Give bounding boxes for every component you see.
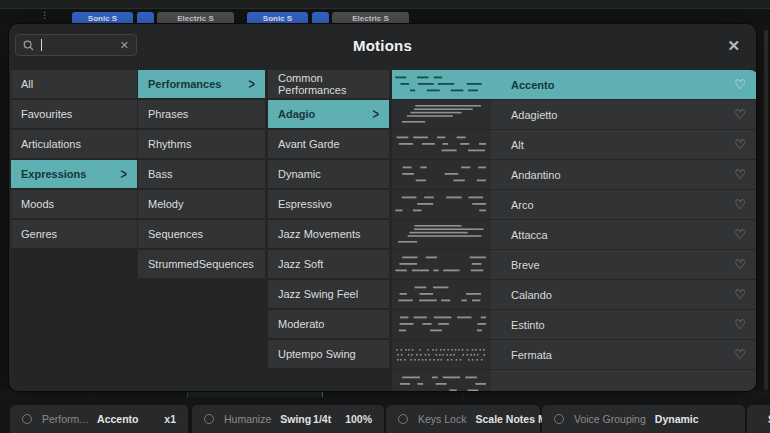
style-item-label: Dynamic [278,168,321,180]
motion-row[interactable]: Andantino♡ [392,160,757,189]
setting-value: Dynamic [655,413,699,425]
category-item-label: Articulations [21,138,81,150]
chevron-right-icon: > [249,77,255,92]
subcategory-item[interactable]: StrummedSequences [138,250,265,278]
window-scrollbar[interactable] [764,30,768,390]
toggle-circle-icon[interactable] [554,414,564,424]
motion-name: Fermata [511,349,552,361]
subcategory-item-label: Performances [148,78,221,90]
setting-section-keys-lock[interactable]: Keys LockScale Notes Ma... [386,405,540,433]
heart-icon[interactable]: ♡ [734,287,746,302]
style-item[interactable]: Adagio> [268,100,389,128]
motion-row[interactable]: Estinto♡ [392,310,757,339]
heart-icon[interactable]: ♡ [734,77,746,92]
toggle-circle-icon[interactable] [22,414,32,424]
motion-name: Estinto [511,319,545,331]
motion-row[interactable]: Calando♡ [392,280,757,309]
heart-icon[interactable]: ♡ [734,257,746,272]
style-item[interactable]: Common Performances [268,70,389,98]
close-icon[interactable]: ✕ [727,38,740,54]
style-item[interactable]: Dynamic [268,160,389,188]
subcategory-item[interactable]: Phrases [138,100,265,128]
category-column: AllFavouritesArticulationsExpressions>Mo… [11,70,137,250]
style-item[interactable]: Espressivo [268,190,389,218]
style-item-label: Moderato [278,318,324,330]
style-item-label: Jazz Soft [278,258,323,270]
motion-row[interactable]: Alt♡ [392,130,757,159]
style-item-label: Espressivo [278,198,332,210]
category-item[interactable]: Moods [11,190,137,218]
heart-icon[interactable]: ♡ [734,317,746,332]
motion-name: Breve [511,259,540,271]
style-item[interactable]: Jazz Movements [268,220,389,248]
category-item[interactable]: Articulations [11,130,137,158]
style-item-label: Jazz Swing Feel [278,288,358,300]
motion-name: Attacca [511,229,548,241]
setting-extra-value: x1 [164,413,176,425]
subcategory-item[interactable]: Performances> [138,70,265,98]
category-item-label: Moods [21,198,54,210]
style-item-label: Common Performances [278,72,379,96]
chevron-right-icon: > [373,107,379,122]
motion-name: Alt [511,139,524,151]
toggle-circle-icon[interactable] [398,414,408,424]
style-item-label: Adagio [278,108,315,120]
style-item[interactable]: Jazz Swing Feel [268,280,389,308]
setting-extra-value: 100% [345,413,372,425]
motion-name: Accento [511,79,554,91]
heart-icon[interactable]: ♡ [734,137,746,152]
motion-list: Accento♡Adagietto♡Alt♡Andantino♡Arco♡Att… [392,70,757,392]
subcategory-item[interactable]: Bass [138,160,265,188]
motion-name: Andantino [511,169,561,181]
category-item[interactable]: All [11,70,137,98]
style-column: Common PerformancesAdagio>Avant GardeDyn… [268,70,389,370]
category-item-label: All [21,78,33,90]
category-item[interactable]: Expressions> [11,160,137,188]
motion-row[interactable]: Breve♡ [392,250,757,279]
style-item-label: Uptempo Swing [278,348,356,360]
heart-icon[interactable]: ♡ [734,107,746,122]
subcategory-item[interactable]: Melody [138,190,265,218]
style-item[interactable]: Moderato [268,310,389,338]
category-item-label: Favourites [21,108,72,120]
chevron-right-icon: > [121,167,127,182]
setting-label: Keys Lock [418,413,466,425]
motion-name: Adagietto [511,109,557,121]
motion-row[interactable]: Fermata♡ [392,340,757,369]
toggle-circle-icon[interactable] [204,414,214,424]
style-item[interactable]: Avant Garde [268,130,389,158]
heart-icon[interactable]: ♡ [734,167,746,182]
setting-label: Voice Grouping [574,413,646,425]
dialog-title: Motions [9,37,756,54]
category-item-label: Expressions [21,168,86,180]
heart-icon[interactable]: ♡ [734,347,746,362]
motion-row[interactable] [392,370,757,392]
motion-row[interactable]: Attacca♡ [392,220,757,249]
heart-icon[interactable]: ♡ [734,227,746,242]
motion-row[interactable]: Arco♡ [392,190,757,219]
drag-handle-icon[interactable]: ⋮ [40,11,49,20]
motion-row[interactable]: Adagietto♡ [392,100,757,129]
subcategory-item[interactable]: Rhythms [138,130,265,158]
category-item[interactable]: Favourites [11,100,137,128]
subcategory-item-label: Phrases [148,108,188,120]
subcategory-item-label: Melody [148,198,183,210]
setting-section-perform-[interactable]: Perform...Accentox1 [10,405,188,433]
motion-row[interactable]: Accento♡ [392,70,757,99]
style-item-label: Jazz Movements [278,228,361,240]
setting-section-voice-grouping[interactable]: Voice GroupingDynamic [542,405,745,433]
subcategory-item-label: StrummedSequences [148,258,254,270]
setting-section-humanize[interactable]: HumanizeSwing1/4t100% [192,405,384,433]
heart-icon[interactable]: ♡ [734,197,746,212]
subcategory-item-label: Bass [148,168,172,180]
app-window: ⋮ Sonic SElectric SSonic SElectric S ✕ M… [0,0,770,433]
setting-label: Perform... [42,413,88,425]
style-item[interactable]: Jazz Soft [268,250,389,278]
subcategory-item-label: Rhythms [148,138,191,150]
setting-value: Accento [97,413,138,425]
subcategory-item[interactable]: Sequences [138,220,265,248]
style-item[interactable]: Uptempo Swing [268,340,389,368]
style-item-label: Avant Garde [278,138,340,150]
setting-section-sem[interactable]: Sem [747,405,770,433]
category-item[interactable]: Genres [11,220,137,248]
